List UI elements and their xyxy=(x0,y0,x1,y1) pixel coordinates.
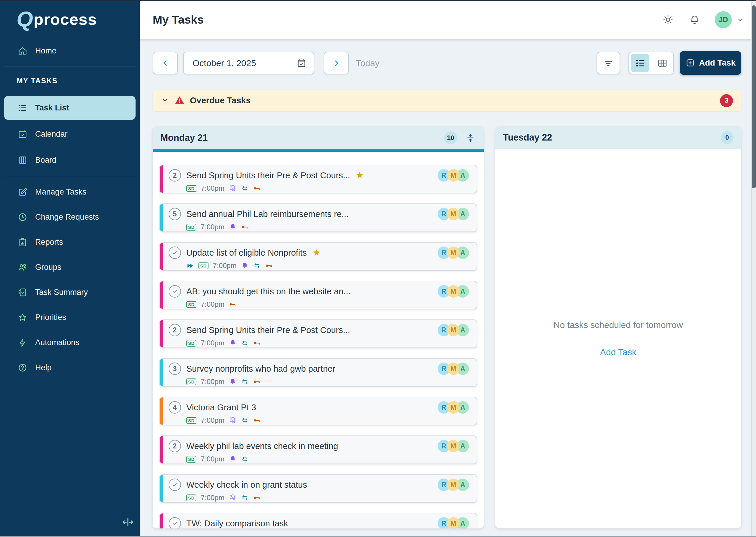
sidebar-item-label: Groups xyxy=(35,263,62,272)
task-status-toggle[interactable]: 4 xyxy=(169,401,181,414)
task-card[interactable]: TW: Daily comparison task R M A SD 7:00p… xyxy=(159,513,477,528)
add-task-label: Add Task xyxy=(699,58,735,67)
grid-view-icon xyxy=(657,58,668,68)
theme-toggle-button[interactable] xyxy=(661,13,675,26)
repeat-icon xyxy=(241,455,249,463)
task-status-toggle[interactable]: 2 xyxy=(169,324,181,336)
user-menu[interactable]: JD xyxy=(715,11,744,28)
avatar: M xyxy=(447,362,459,375)
plus-square-icon xyxy=(686,58,695,67)
notifications-button[interactable] xyxy=(688,13,701,26)
star-icon[interactable] xyxy=(355,171,364,180)
previous-day-button[interactable] xyxy=(153,52,178,74)
task-meta-row: SD 7:00pm xyxy=(186,300,236,309)
assignee-avatars: R M A xyxy=(438,362,469,375)
task-status-toggle[interactable] xyxy=(169,478,181,491)
sidebar-item-label: Task Summary xyxy=(35,288,88,297)
task-status-toggle[interactable]: 3 xyxy=(169,362,181,375)
next-day-button[interactable] xyxy=(324,52,349,74)
task-title: Weekly check in on grant status xyxy=(186,480,307,490)
bell-icon xyxy=(229,455,236,463)
assignee-avatars: R M A xyxy=(438,324,469,336)
task-status-toggle[interactable] xyxy=(169,285,181,298)
task-count-badge: 0 xyxy=(721,131,734,144)
task-card[interactable]: 2 Send Spring Units their Pre & Post Cou… xyxy=(159,319,477,348)
task-meta-row: SD 7:00pm xyxy=(186,455,249,463)
scrollbar-thumb[interactable] xyxy=(752,5,756,188)
sidebar-collapse-button[interactable] xyxy=(120,515,135,530)
bell-icon xyxy=(241,262,249,269)
day-column-monday: Monday 21 10 2 Send Spring Units their P… xyxy=(153,126,484,528)
fast-forward-icon xyxy=(186,262,194,269)
sd-badge: SD xyxy=(186,494,196,501)
task-card[interactable]: 2 Send Spring Units their Pre & Post Cou… xyxy=(159,165,477,193)
sidebar-item-task-summary[interactable]: Task Summary xyxy=(4,284,136,301)
sidebar-section-label: MY TASKS xyxy=(17,76,140,85)
key-icon xyxy=(265,262,273,269)
task-step-number: 3 xyxy=(173,365,177,373)
add-task-button[interactable]: Add Task xyxy=(680,51,741,75)
sidebar-item-reports[interactable]: Reports xyxy=(4,234,136,250)
date-picker-field[interactable]: October 1, 2025 xyxy=(183,52,314,74)
task-card[interactable]: 3 Survey nonprofits who had gwb partner … xyxy=(159,358,477,387)
assignee-avatars: R M A xyxy=(438,401,469,414)
task-status-toggle[interactable] xyxy=(169,246,181,259)
sidebar-item-automations[interactable]: Automations xyxy=(4,334,136,351)
task-time: 7:00pm xyxy=(213,262,236,270)
tuesday-column-header: Tuesday 22 0 xyxy=(495,126,741,149)
chevron-left-icon xyxy=(161,59,170,67)
task-card[interactable]: Weekly check in on grant status R M A SD… xyxy=(159,474,477,503)
assignee-avatars: R M A xyxy=(438,517,469,528)
task-title: Send Spring Units their Pre & Post Cours… xyxy=(186,171,350,180)
task-status-toggle[interactable]: 2 xyxy=(169,169,181,182)
assignee-avatars: R M A xyxy=(438,246,469,259)
calendar-icon xyxy=(18,129,27,139)
task-time: 7:00pm xyxy=(201,378,225,386)
task-status-toggle[interactable]: 5 xyxy=(169,208,181,220)
sidebar-item-priorities[interactable]: Priorities xyxy=(4,309,136,326)
sidebar-item-home[interactable]: Home xyxy=(4,43,136,59)
sd-badge: SD xyxy=(186,379,196,385)
sidebar-item-board[interactable]: Board xyxy=(4,152,136,168)
empty-add-task-link[interactable]: Add Task xyxy=(600,347,636,357)
overdue-tasks-banner[interactable]: Overdue Tasks 3 xyxy=(153,90,741,111)
main-content: October 1, 2025 Today Add Task Overdue T… xyxy=(140,39,756,537)
grid-view-button[interactable] xyxy=(653,54,672,72)
task-card[interactable]: Update list of eligible Nonprofits R M A… xyxy=(159,242,477,271)
task-status-toggle[interactable]: 2 xyxy=(169,440,181,452)
task-card[interactable]: 5 Send annual Phil Lab reimbursements re… xyxy=(159,203,477,232)
key-icon xyxy=(229,301,236,308)
task-main-row: 2 Weekly phil lab events check in meetin… xyxy=(169,440,429,452)
star-icon[interactable] xyxy=(312,248,321,257)
avatar: M xyxy=(447,324,459,336)
task-card[interactable]: 4 Victoria Grant Pt 3 R M A SD 7:00pm xyxy=(159,397,477,426)
monday-task-list: 2 Send Spring Units their Pre & Post Cou… xyxy=(153,152,484,528)
sidebar-item-calendar[interactable]: Calendar xyxy=(4,126,136,142)
sidebar-item-manage-tasks[interactable]: Manage Tasks xyxy=(4,184,136,200)
report-icon xyxy=(18,237,27,247)
sidebar-item-help[interactable]: Help xyxy=(4,359,136,376)
avatar: M xyxy=(447,246,459,259)
task-meta-row: SD 7:00pm xyxy=(186,494,261,502)
sidebar-item-task-list[interactable]: Task List xyxy=(4,96,136,120)
task-card[interactable]: AB: you should get this on the website a… xyxy=(159,281,477,310)
task-main-row: AB: you should get this on the website a… xyxy=(169,285,429,298)
task-card[interactable]: 2 Weekly phil lab events check in meetin… xyxy=(159,435,477,464)
date-value: October 1, 2025 xyxy=(192,58,256,68)
task-title: Survey nonprofits who had gwb partner xyxy=(186,364,335,374)
sidebar-item-change-requests[interactable]: Change Requests xyxy=(4,209,136,225)
chevron-right-icon xyxy=(332,59,341,67)
task-meta-row: SD 7:00pm xyxy=(186,262,273,270)
filter-button[interactable] xyxy=(597,52,620,74)
sidebar-item-label: Calendar xyxy=(35,130,67,139)
logo-text: process xyxy=(34,10,97,28)
today-button[interactable]: Today xyxy=(356,52,379,74)
list-view-icon xyxy=(635,58,646,68)
list-view-button[interactable] xyxy=(631,54,650,72)
chevron-down-icon xyxy=(161,96,169,105)
collapse-column-button[interactable] xyxy=(465,132,476,144)
task-status-toggle[interactable] xyxy=(169,517,181,528)
task-meta-row: SD 7:00pm xyxy=(186,378,261,386)
task-title: Weekly phil lab events check in meeting xyxy=(186,441,338,451)
sidebar-item-groups[interactable]: Groups xyxy=(4,259,136,275)
